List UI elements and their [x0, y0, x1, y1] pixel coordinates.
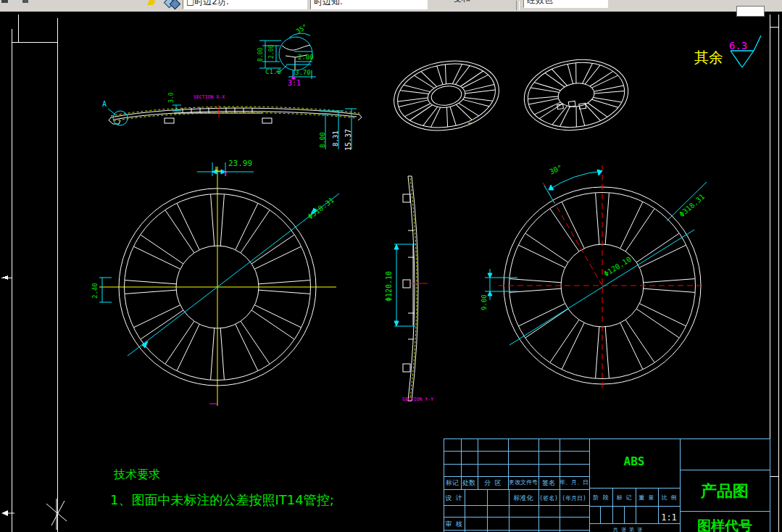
surface-finish-prefix: 其余 [694, 49, 723, 66]
front-outer-dia-dim: Φ318.31 [307, 196, 336, 220]
mark-label: 标 记 [617, 494, 632, 501]
layer-dropdown-value: □时边2坊. [186, 0, 229, 8]
rev-header-mark: 标记 [445, 479, 459, 486]
drawing-area: 35° 8.00 2.00 2.00 C1.0 3.70 3:1 [0, 0, 782, 532]
date-hint: (年月日) [562, 495, 586, 502]
back-rim-dim: 9.00 [481, 294, 488, 310]
side-hub-dia-dim: Φ120.10 [385, 271, 393, 302]
title-block: 标记 处数 分 区 更改文件号 签名 年、月、日 设 计 标准化 (签名) (年… [444, 439, 770, 532]
section-a-h1-dim: 8.00 [319, 132, 326, 148]
rev-header-date: 年、月、日 [560, 479, 588, 486]
section-a-thickness-dim: 3.0 [168, 92, 175, 103]
linetype-dropdown[interactable]: 时边知. [310, 0, 428, 9]
material-value: ABS [624, 454, 645, 468]
color-dropdown-value: 经效色 [527, 0, 553, 7]
rev-header-count: 处数 [462, 479, 475, 486]
sheet-note: 共 张 第 张 [613, 527, 643, 532]
iso-disc-right [520, 53, 633, 136]
rev-header-sign: 签名 [542, 479, 555, 486]
color-dropdown[interactable]: 经效色 [523, 0, 608, 8]
tech-req-item-1: 1、图面中未标注的公差按照IT14管控; [110, 492, 334, 507]
side-section-label: SECTION Y-Y [402, 396, 433, 402]
scale-label: 比 例 [662, 494, 677, 501]
rev-header-zone: 分 区 [484, 479, 501, 486]
detail-chamfer-dim: C1.0 [265, 68, 281, 75]
audit-label: 审 核 [445, 520, 462, 528]
product-title: 产品图 [700, 482, 749, 500]
back-angle-dim: 30° [548, 163, 563, 175]
linetype-dropdown-value: 时边知. [314, 0, 343, 8]
design-label: 设 计 [445, 494, 462, 502]
section-a-h2-dim: 8.31 [332, 130, 339, 146]
front-axis-mark: Y [224, 171, 228, 178]
iso-disc-left [388, 53, 504, 138]
section-a-view: A SECTION X-X 3.0 8.00 8.31 15.37 [102, 92, 362, 151]
tech-req-title: 技术要求 [113, 467, 160, 481]
weight-label: 重 量 [639, 494, 654, 501]
sign-hint: (签名) [539, 495, 558, 502]
scale-value: 1:1 [661, 512, 677, 523]
cad-canvas[interactable]: 35° 8.00 2.00 2.00 C1.0 3.70 3:1 [0, 0, 782, 532]
stage-label: 阶 段 [594, 494, 609, 501]
side-section-view: Φ120.10 SECTION Y-Y [385, 176, 433, 402]
detail-depth-dim: 2.00 [268, 45, 275, 59]
front-offset-dim: 23.99 [228, 159, 252, 168]
detail-scale-label: 3:1 [288, 79, 301, 87]
detail-height-dim: 8.00 [257, 48, 264, 62]
section-a-detail-mark: A [102, 100, 107, 108]
toolbar-icon-fragment[interactable] [1, 0, 8, 3]
detail-a-view: 35° 8.00 2.00 2.00 C1.0 3.70 3:1 [257, 22, 316, 87]
surface-finish-note: 其余 6.3 [694, 36, 761, 67]
properties-toolbar: □时边2坊. 时边知. 变和 经效色 [0, 0, 782, 12]
drawing-code-label: 图样代号 [697, 518, 752, 532]
surface-finish-value: 6.3 [729, 40, 747, 51]
front-wheel-view: 23.99 Φ318.31 2.40 Y [91, 159, 339, 406]
back-wheel-view: 30° Φ318.31 Φ120.10 9.00 [481, 163, 707, 388]
back-hub-dia-dim: Φ120.10 [602, 255, 633, 278]
detail-width-dim: 2.00 [298, 54, 314, 61]
section-a-h3-dim: 15.37 [344, 129, 352, 151]
layers-icon[interactable] [165, 0, 180, 7]
section-a-label: SECTION X-X [194, 94, 225, 100]
toolbar-icon-fragment[interactable] [22, 0, 28, 3]
toolbar-label: 变和 [453, 0, 470, 6]
make-layer-icon[interactable] [147, 0, 157, 6]
layer-dropdown[interactable]: □时边2坊. [183, 0, 307, 9]
rev-header-docno: 更改文件号 [509, 479, 538, 486]
toolbar-separator [516, 1, 520, 10]
front-slot-dim: 2.40 [91, 283, 99, 299]
cad-window: □时边2坊. 时边知. 变和 经效色 [0, 0, 782, 532]
detail-length-dim: 3.70 [295, 69, 311, 76]
tech-requirements: 技术要求 1、图面中未标注的公差按照IT14管控; [110, 467, 334, 507]
standardization-label: 标准化 [513, 494, 534, 502]
toolbar-white-box [736, 6, 765, 17]
